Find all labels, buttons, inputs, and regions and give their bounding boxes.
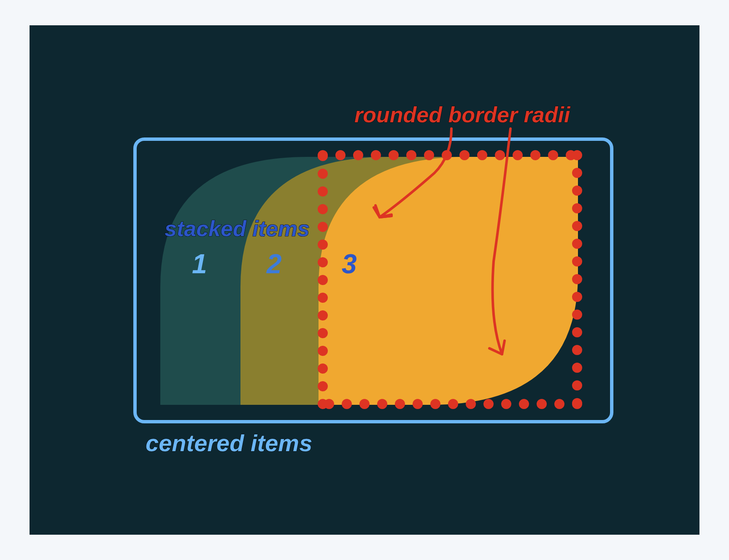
item-number-1: 1	[192, 249, 207, 279]
label-stacked: stacked items	[165, 216, 310, 241]
label-centered: centered items	[146, 430, 312, 456]
diagram-svg: rounded border radii stacked items cente…	[30, 25, 699, 535]
diagram-canvas: rounded border radii stacked items cente…	[30, 25, 699, 535]
label-rounded: rounded border radii	[354, 102, 571, 127]
item-number-2: 2	[266, 249, 282, 279]
page-wrapper: rounded border radii stacked items cente…	[0, 0, 729, 560]
item-number-3: 3	[342, 249, 357, 279]
stacked-item-3	[319, 157, 578, 405]
